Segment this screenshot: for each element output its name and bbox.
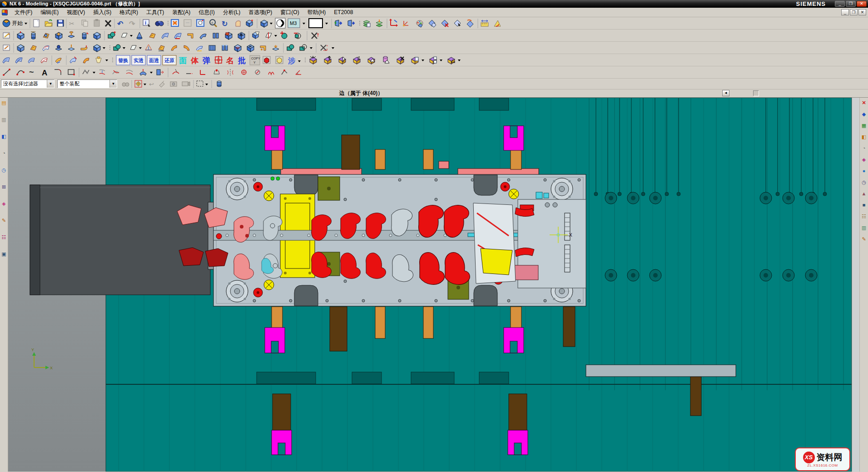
undo-button[interactable]: ↶ bbox=[117, 20, 124, 28]
show-button[interactable] bbox=[467, 20, 473, 27]
lift-component-button[interactable] bbox=[324, 56, 331, 64]
spring-tool-button[interactable]: 弹 bbox=[203, 56, 210, 65]
wcs-dynamics-button[interactable] bbox=[389, 19, 398, 27]
wcs-orient-button[interactable] bbox=[403, 21, 408, 26]
zoom-in-out-button[interactable]: ± bbox=[210, 20, 217, 27]
intersect-curve-button[interactable] bbox=[113, 70, 119, 74]
arc-button[interactable] bbox=[16, 70, 25, 75]
highlight-body-button[interactable] bbox=[217, 81, 221, 87]
stamp-button[interactable] bbox=[68, 45, 74, 50]
find-component-button[interactable] bbox=[122, 83, 129, 86]
fillet-curve-button[interactable] bbox=[55, 70, 61, 75]
assembly-navigator-icon[interactable]: ◆ bbox=[861, 111, 868, 118]
selection-filter-combo[interactable]: 没有选择过滤器 ▼ bbox=[1, 79, 55, 88]
instance-add-button[interactable] bbox=[280, 31, 287, 39]
reuse-icon[interactable]: ◔ bbox=[0, 150, 7, 157]
menu-preferences[interactable]: 首选项(P) bbox=[244, 8, 276, 17]
datum-plane-button[interactable] bbox=[121, 33, 127, 37]
cut-button[interactable]: ✂ bbox=[69, 20, 74, 27]
viewport-canvas[interactable]: X X Y bbox=[8, 98, 852, 472]
unite-button[interactable] bbox=[108, 31, 116, 38]
datum-plane2-button[interactable] bbox=[130, 45, 136, 50]
undo-selection-button[interactable]: ↩ bbox=[149, 81, 154, 88]
part-family-icon[interactable]: ◧ bbox=[0, 133, 7, 140]
vertical-scrollbar[interactable] bbox=[852, 98, 860, 472]
snapshot-button[interactable] bbox=[170, 82, 177, 86]
flange-button[interactable] bbox=[81, 45, 87, 50]
start-button[interactable]: 开始 bbox=[3, 20, 27, 27]
interference-dropdown[interactable] bbox=[298, 60, 301, 62]
rib-button[interactable] bbox=[209, 45, 215, 50]
point-set-button[interactable] bbox=[255, 70, 260, 75]
mdi-restore-button[interactable]: ❐ bbox=[850, 9, 858, 15]
copy-component-dropdown[interactable] bbox=[422, 60, 424, 61]
target-tool-button[interactable] bbox=[214, 56, 223, 64]
boss-surface-dropdown[interactable] bbox=[105, 60, 108, 61]
hd3d-tools-icon[interactable]: ◈ bbox=[861, 156, 868, 163]
find-button[interactable] bbox=[155, 21, 164, 26]
sweep-shell-button[interactable] bbox=[196, 46, 203, 51]
four-point-surface-button[interactable] bbox=[3, 58, 10, 63]
pen-notes-icon[interactable]: ✎ bbox=[861, 236, 868, 243]
menu-file[interactable]: 文件(F) bbox=[10, 8, 36, 17]
immediate-hide-button[interactable] bbox=[441, 20, 448, 27]
hole-button[interactable] bbox=[43, 33, 49, 38]
hide-button[interactable] bbox=[454, 20, 461, 26]
constraint-navigator-icon[interactable]: ▦ bbox=[861, 122, 868, 129]
reuse-library-icon[interactable]: ◔ bbox=[861, 145, 868, 152]
pocket-button[interactable] bbox=[247, 45, 254, 52]
constraint-button[interactable] bbox=[214, 70, 219, 74]
pan-button[interactable] bbox=[236, 20, 240, 26]
face-tool-button[interactable]: 面 bbox=[179, 56, 187, 65]
delete-button[interactable] bbox=[105, 20, 111, 26]
project-curve-button[interactable] bbox=[99, 70, 105, 75]
menu-et2008[interactable]: ET2008 bbox=[330, 8, 357, 16]
menu-help[interactable]: 帮助(H) bbox=[303, 8, 330, 17]
close-button[interactable]: ✕ bbox=[857, 1, 867, 7]
copy-button[interactable] bbox=[82, 20, 88, 26]
measure-angle-button[interactable] bbox=[494, 20, 501, 26]
emboss2-button[interactable] bbox=[273, 45, 279, 50]
gold-cage-button[interactable] bbox=[276, 56, 283, 64]
rectangle-select-dropdown[interactable] bbox=[205, 84, 208, 85]
rotate-view-button[interactable]: ↻ bbox=[222, 20, 228, 28]
shaded-view-dropdown[interactable] bbox=[270, 23, 273, 25]
offset-surface-button[interactable] bbox=[55, 58, 61, 63]
offset-curve-button[interactable] bbox=[126, 70, 133, 75]
selection-scope-dropdown[interactable]: ▼ bbox=[109, 80, 117, 88]
chamfer-button[interactable] bbox=[149, 33, 155, 38]
move-to-layer-button[interactable] bbox=[376, 20, 382, 27]
sketch-in-task-button[interactable] bbox=[3, 45, 10, 50]
copy-component-button[interactable] bbox=[412, 57, 418, 64]
datum-csys-button[interactable] bbox=[145, 45, 152, 50]
datum-axis-dropdown[interactable] bbox=[332, 47, 334, 49]
replace-button[interactable]: 替换 bbox=[116, 55, 130, 65]
text-button[interactable]: A bbox=[42, 69, 47, 77]
unite2-button[interactable] bbox=[287, 45, 294, 50]
selection-scope-combo[interactable]: 整个装配 ▼ bbox=[57, 79, 117, 88]
sketch-button[interactable] bbox=[3, 33, 10, 38]
solid-translucent-button[interactable]: 实透 bbox=[132, 55, 145, 65]
viewport[interactable]: X X Y XS 资料网 ZL.XS1616.COM bbox=[8, 98, 852, 472]
tube-button[interactable] bbox=[213, 33, 218, 38]
angle-tool-button[interactable] bbox=[296, 70, 301, 75]
roles-icon[interactable]: ☷ bbox=[861, 213, 868, 220]
mirror-curve-button[interactable] bbox=[228, 69, 233, 75]
system-scenes-icon[interactable]: ▥ bbox=[861, 224, 868, 231]
prompt-scroll-left-button[interactable]: ◄ bbox=[722, 90, 729, 96]
orient-view-front-button[interactable] bbox=[334, 20, 342, 26]
dimension-component-dropdown[interactable] bbox=[458, 60, 461, 61]
users-icon[interactable]: ☷ bbox=[0, 234, 7, 241]
clipboard-icon[interactable]: ▥ bbox=[0, 116, 7, 123]
close-rail-icon[interactable]: ✕ bbox=[861, 99, 868, 106]
blend-edge-button[interactable] bbox=[162, 33, 169, 39]
assembly-cascade-icon[interactable]: ▤ bbox=[0, 99, 7, 106]
perspective-button[interactable] bbox=[246, 20, 253, 27]
batch-tool-button[interactable]: 批 bbox=[238, 56, 246, 65]
groove-button[interactable] bbox=[82, 33, 88, 39]
menu-assemblies[interactable]: 装配(A) bbox=[168, 8, 194, 17]
mdi-close-button[interactable]: ✕ bbox=[858, 9, 866, 15]
make-corner-button[interactable] bbox=[200, 70, 205, 75]
part-navigator-icon[interactable]: ◧ bbox=[861, 134, 868, 140]
display-mode-select[interactable]: M3 bbox=[288, 19, 300, 28]
